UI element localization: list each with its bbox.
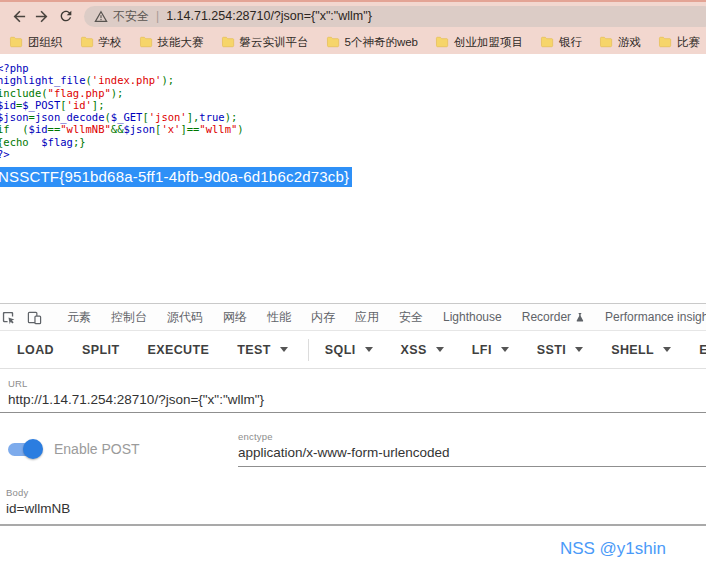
hackbar-button-ssti[interactable]: SSTI bbox=[537, 343, 583, 357]
bookmark-item[interactable]: 5个神奇的web bbox=[326, 35, 419, 50]
devtools-tabbar: 元素控制台源代码网络性能内存应用安全LighthouseRecorderPerf… bbox=[0, 304, 706, 331]
url-field-label: URL bbox=[8, 378, 706, 389]
bookmark-item[interactable]: 游戏 bbox=[599, 35, 641, 50]
devtools-tab-label: 源代码 bbox=[167, 309, 203, 326]
hackbar-button-execute[interactable]: EXECUTE bbox=[147, 343, 209, 357]
devtools-tab-Performance insights[interactable]: Performance insights bbox=[595, 304, 706, 330]
folder-icon bbox=[139, 36, 153, 48]
devtools-tab-应用[interactable]: 应用 bbox=[345, 304, 389, 330]
browser-chrome: 不安全 | 1.14.71.254:28710/?json={"x":"wllm… bbox=[0, 0, 706, 54]
post-options-row: Enable POST enctype application/x-www-fo… bbox=[0, 431, 706, 467]
enable-post-toggle[interactable] bbox=[8, 443, 40, 456]
hackbar-button-encoding[interactable]: ENCODING bbox=[699, 343, 706, 357]
devtools-tab-控制台[interactable]: 控制台 bbox=[101, 304, 157, 330]
code-token: ;} bbox=[73, 136, 86, 148]
bookmark-item[interactable]: 创业加盟项目 bbox=[435, 35, 523, 50]
bookmark-label: 游戏 bbox=[618, 35, 641, 50]
code-token: $json bbox=[123, 123, 155, 135]
devtools-icon-group bbox=[0, 304, 47, 330]
hackbar-button-label: SHELL bbox=[611, 343, 654, 357]
devtools-tab-label: Recorder bbox=[522, 310, 571, 324]
enctype-field-label: enctype bbox=[238, 431, 706, 442]
devtools-tab-label: 网络 bbox=[223, 309, 247, 326]
reload-button[interactable] bbox=[54, 4, 78, 28]
hackbar-button-load[interactable]: LOAD bbox=[17, 343, 54, 357]
device-toolbar-button[interactable] bbox=[21, 304, 47, 330]
hackbar-button-split[interactable]: SPLIT bbox=[82, 343, 119, 357]
body-field-divider bbox=[0, 524, 706, 526]
code-line: $id=$_POST['id']; bbox=[0, 99, 706, 111]
code-token: {echo bbox=[0, 136, 41, 148]
code-line: if ($id=="wllmNB"&&$json['x']=="wllm") bbox=[0, 123, 706, 135]
code-token: ?> bbox=[0, 148, 10, 160]
hackbar-button-label: SSTI bbox=[537, 343, 566, 357]
code-line: highlight_file('index.php'); bbox=[0, 74, 706, 86]
bookmark-label: 团组织 bbox=[28, 35, 63, 50]
devtools-tab-性能[interactable]: 性能 bbox=[257, 304, 301, 330]
bookmark-label: 5个神奇的web bbox=[345, 35, 419, 50]
body-field[interactable]: Body id=wllmNB bbox=[0, 487, 706, 516]
forward-button[interactable] bbox=[30, 4, 54, 28]
code-token: $_POST bbox=[22, 99, 60, 111]
code-token: json_decode bbox=[35, 111, 105, 123]
folder-icon bbox=[658, 36, 672, 48]
body-field-value[interactable]: id=wllmNB bbox=[6, 501, 706, 516]
inspect-icon bbox=[1, 310, 16, 325]
bookmark-label: 银行 bbox=[559, 35, 582, 50]
hackbar-button-sqli[interactable]: SQLI bbox=[325, 343, 373, 357]
hackbar-button-shell[interactable]: SHELL bbox=[611, 343, 671, 357]
caret-down-icon bbox=[436, 347, 444, 352]
enable-post-control: Enable POST bbox=[0, 431, 238, 467]
back-button[interactable] bbox=[6, 4, 30, 28]
devtools-tab-Lighthouse[interactable]: Lighthouse bbox=[433, 304, 512, 330]
code-token: 'json' bbox=[149, 111, 187, 123]
code-token: 'index.php' bbox=[92, 74, 162, 86]
caret-down-icon bbox=[663, 347, 671, 352]
devtools-tab-网络[interactable]: 网络 bbox=[213, 304, 257, 330]
toggle-knob-icon bbox=[23, 439, 43, 459]
code-line: <?php bbox=[0, 62, 706, 74]
code-token: true bbox=[199, 111, 224, 123]
code-token: if ( bbox=[0, 123, 29, 135]
bookmark-item[interactable]: 团组织 bbox=[9, 35, 63, 50]
enable-post-label: Enable POST bbox=[54, 441, 140, 457]
code-token: $id bbox=[29, 123, 48, 135]
php-source-code: <?phphighlight_file('index.php');include… bbox=[0, 54, 706, 160]
devtools-tab-内存[interactable]: 内存 bbox=[301, 304, 345, 330]
not-secure-warning-icon[interactable] bbox=[94, 10, 108, 23]
enctype-field[interactable]: enctype application/x-www-form-urlencode… bbox=[238, 431, 706, 467]
devtools-tab-label: 性能 bbox=[267, 309, 291, 326]
devtools-tab-Recorder[interactable]: Recorder bbox=[512, 304, 595, 330]
enctype-field-value[interactable]: application/x-www-form-urlencoded bbox=[238, 445, 706, 460]
code-token: 'x' bbox=[161, 123, 180, 135]
bookmark-item[interactable]: 磐云实训平台 bbox=[221, 35, 309, 50]
inspect-element-button[interactable] bbox=[0, 304, 21, 330]
hackbar-url-field[interactable]: URL http://1.14.71.254:28710/?json={"x":… bbox=[0, 369, 706, 413]
hackbar-button-xss[interactable]: XSS bbox=[401, 343, 444, 357]
code-line: $json=json_decode($_GET['json'],true); bbox=[0, 111, 706, 123]
address-url[interactable]: 1.14.71.254:28710/?json={"x":"wllm"} bbox=[166, 9, 372, 23]
devtools-tab-源代码[interactable]: 源代码 bbox=[157, 304, 213, 330]
devtools-tab-label: Lighthouse bbox=[443, 310, 502, 324]
devtools-tab-元素[interactable]: 元素 bbox=[57, 304, 101, 330]
hackbar-watermark: NSS @y1shin bbox=[0, 539, 706, 559]
hackbar-button-test[interactable]: TEST bbox=[237, 343, 288, 357]
devtools-tab-安全[interactable]: 安全 bbox=[389, 304, 433, 330]
devtools-tab-label: 元素 bbox=[67, 309, 91, 326]
not-secure-label: 不安全 bbox=[113, 8, 149, 25]
folder-icon bbox=[80, 36, 94, 48]
bookmark-item[interactable]: 技能大赛 bbox=[139, 35, 204, 50]
devtools-tab-label: 应用 bbox=[355, 309, 379, 326]
code-token: $json bbox=[0, 111, 29, 123]
hackbar-button-label: SQLI bbox=[325, 343, 356, 357]
flag-selected-text: NSSCTF{951bd68a-5ff1-4bfb-9d0a-6d1b6c2d7… bbox=[0, 167, 352, 187]
bookmarks-bar: 团组织学校技能大赛磐云实训平台5个神奇的web创业加盟项目银行游戏比赛杂证书 bbox=[0, 30, 706, 54]
bookmark-item[interactable]: 比赛 bbox=[658, 35, 700, 50]
bookmark-item[interactable]: 银行 bbox=[540, 35, 582, 50]
code-line: include("flag.php"); bbox=[0, 87, 706, 99]
bookmark-item[interactable]: 学校 bbox=[80, 35, 122, 50]
url-field-value[interactable]: http://1.14.71.254:28710/?json={"x":"wll… bbox=[8, 392, 706, 407]
hackbar-button-lfi[interactable]: LFI bbox=[472, 343, 509, 357]
code-token: include( bbox=[0, 87, 48, 99]
address-bar[interactable]: 不安全 | 1.14.71.254:28710/?json={"x":"wllm… bbox=[84, 6, 706, 27]
